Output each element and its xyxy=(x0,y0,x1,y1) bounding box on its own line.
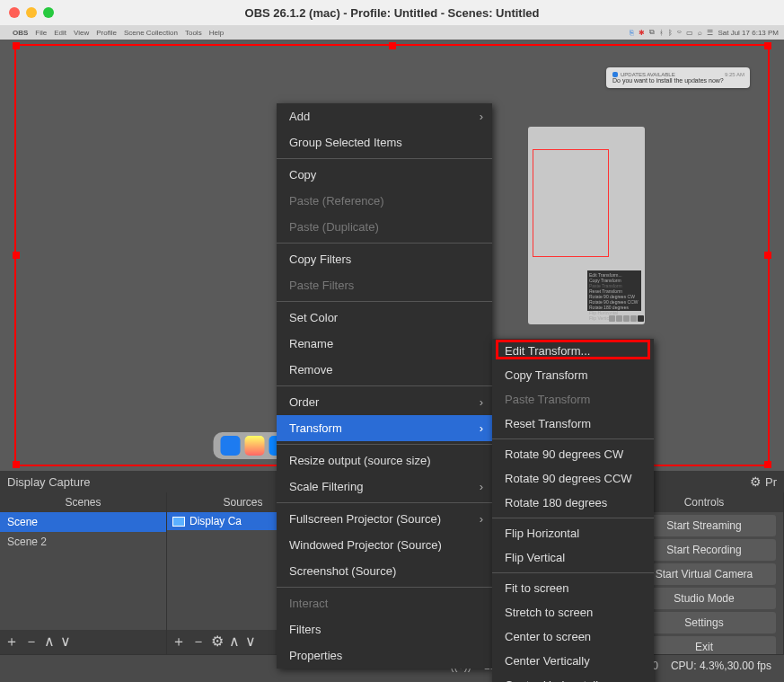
resize-handle[interactable] xyxy=(13,461,20,468)
menu-separator xyxy=(277,158,492,159)
menu-item-flip-vertical[interactable]: Flip Vertical xyxy=(492,545,654,570)
resize-handle[interactable] xyxy=(13,252,20,259)
menubar-help[interactable]: Help xyxy=(209,29,224,37)
wifi-icon[interactable]: ⌔ xyxy=(677,29,682,37)
menu-item-flip-horizontal[interactable]: Flip Horizontal xyxy=(492,521,654,545)
resize-handle[interactable] xyxy=(764,461,771,468)
menu-item-group-selected-items[interactable]: Group Selected Items xyxy=(277,129,492,155)
nested-capture-window: Edit Transform... Copy Transform Paste T… xyxy=(528,127,645,324)
menu-item-order[interactable]: Order xyxy=(277,389,492,415)
search-icon[interactable]: ⌕ xyxy=(698,29,702,37)
add-source-button[interactable]: ＋ xyxy=(172,633,186,651)
macos-titlebar: OBS 26.1.2 (mac) - Profile: Untitled - S… xyxy=(0,0,784,25)
remove-source-button[interactable]: － xyxy=(191,633,206,651)
close-button[interactable] xyxy=(9,7,20,18)
menu-item-paste-transform: Paste Transform xyxy=(492,387,654,412)
source-up-button[interactable]: ∧ xyxy=(229,633,240,651)
tray-icon[interactable]: ⎘ xyxy=(630,29,634,37)
scene-item[interactable]: Scene 2 xyxy=(0,532,166,552)
menu-item-properties[interactable]: Properties xyxy=(277,642,492,669)
cpu-status: CPU: 4.3%,30.00 fps xyxy=(671,660,771,672)
menu-item-copy[interactable]: Copy xyxy=(277,162,492,188)
dock-icon[interactable] xyxy=(244,436,264,456)
menu-item-stretch-to-screen[interactable]: Stretch to screen xyxy=(492,600,654,624)
menubar-file[interactable]: File xyxy=(35,29,47,37)
menu-item-remove[interactable]: Remove xyxy=(277,357,492,383)
studio-mode-button[interactable]: Studio Mode xyxy=(632,588,776,609)
menu-separator xyxy=(492,518,654,518)
menu-item-resize-output-source-size[interactable]: Resize output (source size) xyxy=(277,447,492,474)
start-virtual-camera-button[interactable]: Start Virtual Camera xyxy=(632,563,776,585)
menubar-clock[interactable]: Sat Jul 17 6:13 PM xyxy=(718,29,779,37)
tray-icon[interactable]: ⧉ xyxy=(649,28,655,37)
menu-item-fullscreen-projector-source[interactable]: Fullscreen Projector (Source) xyxy=(277,506,492,532)
tray-icon[interactable]: ᚼ xyxy=(659,29,664,37)
gear-icon[interactable]: ⚙ xyxy=(750,474,762,489)
menu-item-copy-transform[interactable]: Copy Transform xyxy=(492,363,654,387)
transform-submenu[interactable]: Edit Transform...Copy TransformPaste Tra… xyxy=(492,339,654,682)
resize-handle[interactable] xyxy=(764,252,771,259)
control-center-icon[interactable]: ☰ xyxy=(707,29,713,37)
source-label: Display Ca xyxy=(189,515,242,527)
source-settings-button[interactable]: ⚙ xyxy=(211,633,224,651)
macos-notification[interactable]: UPDATES AVAILABLE 9:25 AM Do you want to… xyxy=(606,67,750,88)
battery-icon[interactable]: ▭ xyxy=(686,29,693,37)
menu-item-copy-filters[interactable]: Copy Filters xyxy=(277,246,492,272)
menu-item-transform[interactable]: Transform xyxy=(277,415,492,441)
menubar-obs[interactable]: OBS xyxy=(13,29,28,37)
menu-item-add[interactable]: Add xyxy=(277,103,492,129)
display-capture-icon xyxy=(172,517,185,527)
resize-handle[interactable] xyxy=(13,42,20,49)
active-source-label: Display Capture xyxy=(7,475,91,489)
menu-item-rotate-90-degrees-cw[interactable]: Rotate 90 degrees CW xyxy=(492,442,654,466)
menu-item-fit-to-screen[interactable]: Fit to screen xyxy=(492,576,654,600)
menu-item-edit-transform[interactable]: Edit Transform... xyxy=(492,339,654,363)
menu-item-rotate-180-degrees[interactable]: Rotate 180 degrees xyxy=(492,491,654,515)
menubar-edit[interactable]: Edit xyxy=(54,29,66,37)
menu-separator xyxy=(277,587,492,588)
menu-item-windowed-projector-source[interactable]: Windowed Projector (Source) xyxy=(277,532,492,558)
menubar-tools[interactable]: Tools xyxy=(185,29,202,37)
bluetooth-icon[interactable]: ᛒ xyxy=(668,29,673,37)
source-properties-label[interactable]: Pr xyxy=(765,475,777,489)
source-down-button[interactable]: ∨ xyxy=(245,633,256,651)
menu-item-interact: Interact xyxy=(277,590,492,616)
menu-separator xyxy=(277,385,492,386)
settings-button[interactable]: Settings xyxy=(632,612,776,633)
scene-item[interactable]: Scene xyxy=(0,512,166,532)
menu-item-reset-transform[interactable]: Reset Transform xyxy=(492,412,654,436)
add-scene-button[interactable]: ＋ xyxy=(4,633,19,651)
traffic-lights xyxy=(9,7,54,18)
source-context-menu[interactable]: AddGroup Selected ItemsCopyPaste (Refere… xyxy=(277,103,492,669)
notif-time: 9:25 AM xyxy=(725,72,744,77)
panel-title-scenes: Scenes xyxy=(0,492,166,512)
menu-item-screenshot-source[interactable]: Screenshot (Source) xyxy=(277,558,492,584)
start-streaming-button[interactable]: Start Streaming xyxy=(632,515,776,536)
menu-item-rename[interactable]: Rename xyxy=(277,331,492,357)
menubar-scene-collection[interactable]: Scene Collection xyxy=(124,29,178,37)
tray-icon[interactable]: ✱ xyxy=(639,29,645,37)
menu-item-filters[interactable]: Filters xyxy=(277,616,492,642)
menu-item-center-to-screen[interactable]: Center to screen xyxy=(492,624,654,649)
zoom-button[interactable] xyxy=(43,7,54,18)
remove-scene-button[interactable]: － xyxy=(24,633,39,651)
menu-item-rotate-90-degrees-ccw[interactable]: Rotate 90 degrees CCW xyxy=(492,466,654,491)
menu-item-set-color[interactable]: Set Color xyxy=(277,305,492,331)
menu-item-paste-duplicate: Paste (Duplicate) xyxy=(277,214,492,240)
menu-separator xyxy=(277,444,492,445)
exit-button[interactable]: Exit xyxy=(632,636,776,654)
minimize-button[interactable] xyxy=(26,7,37,18)
menubar-profile[interactable]: Profile xyxy=(96,29,117,37)
resize-handle[interactable] xyxy=(389,42,396,49)
scene-up-button[interactable]: ∧ xyxy=(44,633,55,651)
menubar-view[interactable]: View xyxy=(74,29,89,37)
menu-item-center-horizontally[interactable]: Center Horizontally xyxy=(492,673,654,682)
nested-submenu-preview: Edit Transform... Copy Transform Paste T… xyxy=(587,270,641,311)
menu-item-center-vertically[interactable]: Center Vertically xyxy=(492,649,654,673)
start-recording-button[interactable]: Start Recording xyxy=(632,539,776,561)
menu-item-scale-filtering[interactable]: Scale Filtering xyxy=(277,474,492,500)
resize-handle[interactable] xyxy=(764,42,771,49)
dock-icon[interactable] xyxy=(220,436,240,456)
scene-down-button[interactable]: ∨ xyxy=(60,633,71,651)
notif-body: Do you want to install the updates now? xyxy=(612,77,744,84)
